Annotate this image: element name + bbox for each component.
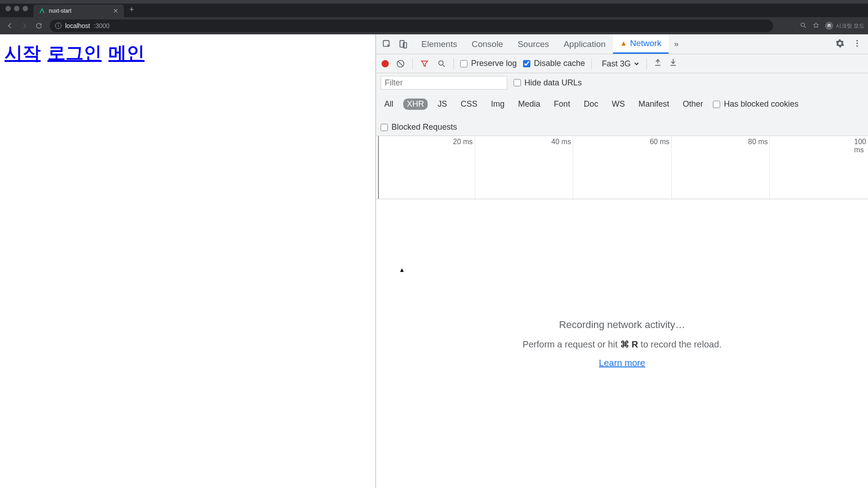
nav-forward-button[interactable] [18,19,31,32]
bookmark-star-icon[interactable] [812,22,820,30]
page-link-login[interactable]: 로그인 [47,43,102,63]
nav-back-button[interactable] [4,19,16,32]
tab-console[interactable]: Console [464,34,510,54]
type-filter-manifest[interactable]: Manifest [635,99,673,110]
browser-toolbar: i localhost:3000 시크릿 모드 [0,17,868,34]
timeline-cursor [378,136,379,199]
window-titlebar [0,0,868,4]
page-link-start[interactable]: 시작 [5,43,41,63]
timeline-tick-label: 60 ms [650,138,671,146]
svg-point-8 [856,45,858,47]
new-tab-button[interactable]: + [124,5,140,17]
mouse-cursor-icon: ▴ [400,265,404,274]
separator [453,58,454,69]
separator [646,58,647,69]
type-filter-css[interactable]: CSS [457,99,481,110]
tab-application[interactable]: Application [557,34,613,54]
svg-point-7 [856,42,858,44]
clear-button[interactable] [395,58,406,69]
has-blocked-cookies-checkbox[interactable]: Has blocked cookies [713,99,798,109]
network-empty-state: Recording network activity… Perform a re… [376,199,868,488]
incognito-indicator[interactable]: 시크릿 모드 [825,22,864,30]
blocked-requests-checkbox[interactable]: Blocked Requests [381,122,457,132]
network-timeline[interactable]: 20 ms 40 ms 60 ms 80 ms 100 ms [376,136,868,199]
learn-more-link[interactable]: Learn more [599,358,645,368]
warning-icon: ▲ [620,39,627,47]
timeline-tick-label: 80 ms [748,138,770,146]
tab-close-icon[interactable]: ✕ [113,7,118,14]
type-filter-xhr[interactable]: XHR [403,99,428,110]
empty-title: Recording network activity… [559,319,685,331]
tab-sources[interactable]: Sources [510,34,557,54]
separator [591,58,592,69]
type-filter-media[interactable]: Media [514,99,544,110]
devtools-settings-icon[interactable] [835,39,844,50]
type-filter-other[interactable]: Other [679,99,707,110]
svg-point-10 [439,61,443,65]
type-filter-js[interactable]: JS [434,99,451,110]
network-filter-row: Hide data URLs All XHR JS CSS Img Media … [376,73,868,136]
window-traffic-lights[interactable] [0,6,33,15]
svg-point-2 [829,26,830,27]
import-har-icon[interactable] [653,58,662,69]
separator [412,58,413,69]
filter-input[interactable] [381,76,507,89]
export-har-icon[interactable] [669,58,678,69]
tab-network[interactable]: ▲Network [613,34,669,54]
svg-point-0 [801,23,804,26]
address-bar[interactable]: i localhost:3000 [50,19,773,32]
type-filter-all[interactable]: All [381,99,397,110]
hide-data-urls-checkbox[interactable]: Hide data URLs [514,78,582,88]
svg-point-1 [827,26,829,27]
disable-cache-checkbox[interactable]: Disable cache [523,59,585,68]
zoom-icon[interactable] [800,22,807,30]
tab-elements[interactable]: Elements [414,34,464,54]
page-viewport: 시작 로그인 메인 [0,34,375,488]
type-filter-img[interactable]: Img [487,99,508,110]
preserve-log-checkbox[interactable]: Preserve log [460,59,517,68]
type-filter-doc[interactable]: Doc [580,99,602,110]
site-info-icon[interactable]: i [55,23,61,29]
traffic-min-icon[interactable] [14,6,19,11]
devtools-panel: Elements Console Sources Application ▲Ne… [375,34,868,488]
network-toolbar: Preserve log Disable cache Fast 3G [376,54,868,73]
traffic-close-icon[interactable] [5,6,11,11]
empty-subtitle: Perform a request or hit ⌘ R to record t… [523,339,722,350]
devtools-menu-icon[interactable] [853,39,862,50]
url-port: :3000 [94,22,109,29]
incognito-label: 시크릿 모드 [836,22,864,30]
tab-favicon-icon [39,8,45,14]
device-toolbar-icon[interactable] [397,38,410,51]
filter-icon[interactable] [419,58,430,69]
throttling-select[interactable]: Fast 3G [598,58,640,70]
timeline-tick-label: 40 ms [552,138,573,146]
browser-tab[interactable]: nuxt-start ✕ [33,5,124,17]
timeline-tick-label: 20 ms [453,138,475,146]
browser-tabstrip: nuxt-start ✕ + [0,4,868,17]
record-button[interactable] [382,60,389,67]
type-filter-font[interactable]: Font [550,99,574,110]
inspect-element-icon[interactable] [381,38,393,51]
search-icon[interactable] [436,58,447,69]
type-filter-ws[interactable]: WS [608,99,628,110]
timeline-tick-label: 100 ms [854,138,868,154]
nav-reload-button[interactable] [33,19,45,32]
tabs-overflow-icon[interactable]: » [669,39,684,49]
traffic-max-icon[interactable] [23,6,28,11]
devtools-tabstrip: Elements Console Sources Application ▲Ne… [376,34,868,54]
url-host: localhost [65,22,90,29]
tab-title: nuxt-start [49,8,71,14]
page-link-main[interactable]: 메인 [108,43,145,63]
svg-point-6 [856,40,858,41]
incognito-icon [825,22,833,30]
